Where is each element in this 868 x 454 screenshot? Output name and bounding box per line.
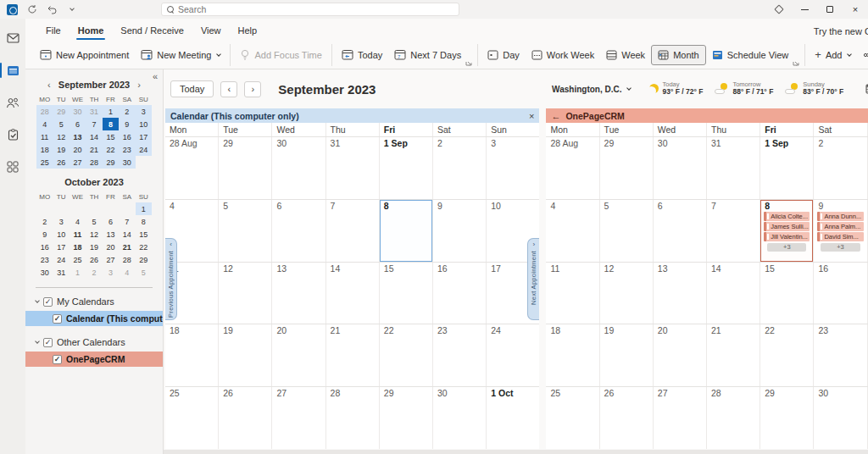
new-appointment-button[interactable]: New Appointment: [34, 45, 135, 65]
day-cell[interactable]: 6: [653, 200, 706, 262]
day-cell[interactable]: 27: [271, 387, 325, 449]
month-view-button[interactable]: Month: [651, 45, 706, 65]
mini-day[interactable]: 10: [53, 228, 69, 241]
mini-day[interactable]: 5: [53, 118, 69, 130]
quick-access-chevron-icon[interactable]: [65, 4, 76, 15]
mini-day[interactable]: 23: [119, 143, 135, 156]
sync-icon[interactable]: [26, 4, 37, 15]
weather-location[interactable]: Washington, D.C.: [552, 85, 630, 94]
back-arrow-icon[interactable]: ←: [551, 111, 560, 121]
weather-sunday[interactable]: Sunday83° F / 70° F: [785, 81, 843, 97]
mini-day[interactable]: 28: [119, 253, 135, 266]
next-appointment-tab[interactable]: ›Next Appointment: [527, 238, 539, 320]
day-cell[interactable]: 13: [271, 263, 325, 324]
mini-day[interactable]: 30: [36, 266, 53, 279]
day-cell[interactable]: 2: [813, 137, 866, 199]
mini-day[interactable]: 11: [70, 228, 86, 241]
menu-tab-file[interactable]: File: [37, 22, 70, 41]
event-chip[interactable]: James Sulli...: [764, 222, 810, 231]
mini-day[interactable]: 2: [36, 215, 53, 228]
mini-day[interactable]: 9: [119, 118, 135, 130]
new-meeting-button[interactable]: New Meeting: [135, 45, 226, 65]
next-7-days-button[interactable]: 7 Next 7 Days: [388, 45, 467, 65]
mini-day[interactable]: 5: [86, 215, 102, 228]
day-cell[interactable]: 13: [653, 263, 706, 324]
day-cell[interactable]: 1 Sep: [379, 137, 432, 199]
day-view-button[interactable]: Day: [481, 45, 526, 65]
day-cell[interactable]: 18: [546, 324, 598, 386]
day-cell[interactable]: 25: [546, 387, 598, 449]
arrange-dialog-launcher-icon[interactable]: [793, 59, 799, 66]
mini-day[interactable]: 19: [53, 143, 69, 156]
mini-day[interactable]: 28: [36, 105, 53, 118]
day-cell[interactable]: 29: [218, 137, 271, 199]
day-cell[interactable]: 20: [653, 324, 706, 386]
day-cell[interactable]: 14: [706, 263, 760, 324]
schedule-view-button[interactable]: Schedule View: [706, 45, 795, 65]
search-input[interactable]: [178, 4, 348, 14]
day-cell[interactable]: 22: [760, 324, 813, 386]
day-cell[interactable]: 11: [546, 263, 598, 324]
checkbox-checked[interactable]: ✓: [53, 355, 62, 364]
mini-day[interactable]: 30: [70, 105, 86, 118]
day-cell[interactable]: 23: [432, 324, 486, 386]
menu-tab-home[interactable]: Home: [70, 22, 113, 41]
mini-day[interactable]: 8: [136, 215, 152, 228]
mini-day[interactable]: 17: [53, 241, 69, 253]
mini-day[interactable]: 26: [53, 156, 69, 169]
mini-day[interactable]: 9: [36, 228, 53, 241]
weather-tomorrow[interactable]: Tomorrow88° F / 71° F: [715, 81, 773, 97]
calendar-icon[interactable]: [0, 61, 25, 80]
day-cell[interactable]: 30: [813, 387, 866, 449]
day-cell[interactable]: 24: [486, 324, 539, 386]
today-nav-button[interactable]: Today: [170, 80, 214, 97]
calendar-group-other-calendars[interactable]: ✓Other Calendars: [25, 334, 163, 351]
day-cell[interactable]: 16: [813, 263, 866, 324]
day-cell[interactable]: 5: [599, 200, 653, 262]
premium-gem-icon[interactable]: [766, 0, 792, 19]
menu-tab-send-receive[interactable]: Send / Receive: [112, 22, 192, 41]
mini-day[interactable]: 6: [103, 215, 119, 228]
mini-day[interactable]: 16: [119, 130, 135, 143]
search-box[interactable]: [161, 3, 459, 16]
day-cell[interactable]: 16: [432, 263, 486, 324]
mini-day[interactable]: 5: [136, 266, 152, 279]
close-button[interactable]: ×: [843, 0, 868, 19]
previous-appointment-tab[interactable]: ‹Previous Appointment: [165, 238, 177, 320]
previous-month-icon[interactable]: ‹: [43, 80, 55, 90]
day-cell[interactable]: 31: [706, 137, 760, 199]
mini-day[interactable]: 25: [36, 156, 53, 169]
day-cell-selected[interactable]: 8: [379, 200, 432, 262]
go-to-dialog-launcher-icon[interactable]: [465, 59, 472, 66]
day-cell[interactable]: 14: [326, 263, 379, 324]
collapse-sidebar-icon[interactable]: «: [153, 71, 158, 81]
weather-today[interactable]: Today93° F / 72° F: [649, 81, 704, 97]
day-cell[interactable]: 23: [813, 324, 866, 386]
event-chip[interactable]: Jill Valentin...: [764, 232, 810, 241]
mini-day[interactable]: 14: [86, 130, 102, 143]
day-cell[interactable]: 18: [165, 324, 218, 386]
day-cell[interactable]: 12: [599, 263, 653, 324]
mini-day[interactable]: 4: [36, 118, 53, 130]
work-week-view-button[interactable]: Work Week: [526, 45, 600, 65]
mini-day[interactable]: 29: [103, 156, 119, 169]
minimize-button[interactable]: [792, 0, 817, 19]
next-month-icon[interactable]: ›: [133, 80, 145, 90]
checkbox-checked[interactable]: ✓: [43, 297, 53, 307]
day-cell[interactable]: 21: [706, 324, 760, 386]
mini-day[interactable]: 27: [103, 253, 119, 266]
mini-day[interactable]: 14: [119, 228, 135, 241]
mini-day[interactable]: 3: [136, 105, 152, 118]
mini-day[interactable]: 10: [136, 118, 152, 130]
day-cell[interactable]: 20: [271, 324, 325, 386]
calendar-list-item-onepagecrm[interactable]: ✓OnePageCRM: [25, 352, 163, 367]
mini-day[interactable]: 7: [119, 215, 135, 228]
calendar-group-my-calendars[interactable]: ✓My Calendars: [25, 293, 163, 310]
day-cell[interactable]: 3: [486, 137, 539, 199]
mini-day[interactable]: 18: [36, 143, 53, 156]
panel-header-calendar[interactable]: Calendar (This computer only)×: [165, 108, 539, 123]
mini-day[interactable]: 23: [36, 253, 53, 266]
day-cell[interactable]: 31: [326, 137, 379, 199]
mini-day[interactable]: 1: [136, 202, 152, 215]
undo-icon[interactable]: [46, 4, 57, 15]
